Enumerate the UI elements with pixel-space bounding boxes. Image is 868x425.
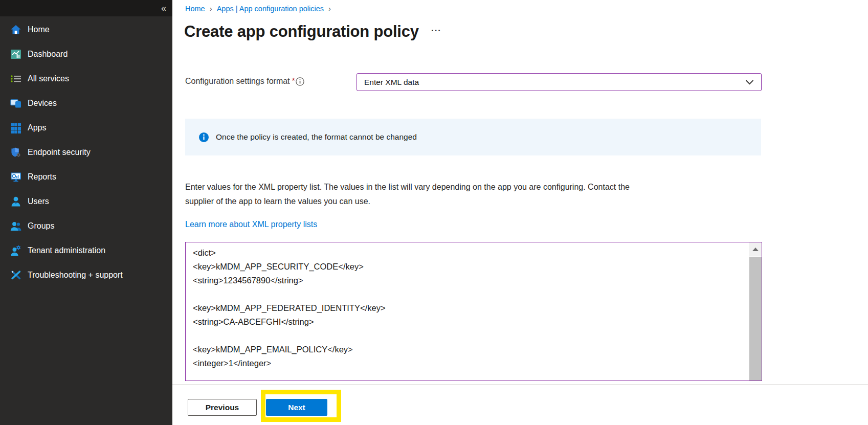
settings-format-label: Configuration settings format* — [185, 77, 295, 86]
sidebar-item-label: Groups — [28, 221, 54, 231]
sidebar-item-troubleshooting-support[interactable]: Troubleshooting + support — [0, 263, 172, 287]
breadcrumb: Home › Apps | App configuration policies… — [185, 4, 331, 13]
sidebar: « Home Dashboard All services Devices — [0, 0, 172, 425]
sidebar-item-label: Users — [28, 197, 49, 206]
endpoint-security-icon — [10, 147, 21, 158]
reports-icon — [10, 171, 21, 183]
triangle-up-icon — [752, 248, 759, 251]
scrollbar-up-button[interactable] — [749, 242, 762, 256]
sidebar-item-tenant-administration[interactable]: Tenant administration — [0, 238, 172, 263]
breadcrumb-separator: › — [328, 4, 331, 13]
sidebar-item-label: Endpoint security — [28, 148, 91, 157]
sidebar-item-groups[interactable]: Groups — [0, 214, 172, 238]
troubleshooting-icon — [10, 270, 21, 281]
apps-icon — [10, 122, 21, 133]
banner-text: Once the policy is created, the format c… — [216, 132, 417, 142]
info-banner: Once the policy is created, the format c… — [185, 119, 761, 155]
sidebar-item-home[interactable]: Home — [0, 17, 172, 42]
sidebar-item-label: Dashboard — [28, 50, 68, 59]
page-title: Create app configuration policy — [184, 23, 419, 41]
xml-editor-scrollbar[interactable] — [749, 242, 762, 381]
sidebar-item-dashboard[interactable]: Dashboard — [0, 42, 172, 66]
breadcrumb-app-config-link[interactable]: Apps | App configuration policies — [217, 5, 324, 13]
more-menu-icon[interactable]: ··· — [431, 26, 441, 36]
sidebar-item-label: Devices — [28, 99, 57, 108]
scrollbar-thumb[interactable] — [749, 257, 762, 381]
breadcrumb-home-link[interactable]: Home — [185, 5, 205, 13]
description-line-2: supplier of the app to learn the values … — [185, 194, 630, 209]
sidebar-item-label: All services — [28, 74, 69, 83]
sidebar-item-label: Reports — [28, 172, 56, 182]
info-tooltip-icon[interactable] — [296, 77, 304, 86]
home-icon — [10, 24, 21, 35]
info-filled-icon — [199, 132, 209, 142]
groups-icon — [10, 220, 21, 232]
sidebar-item-label: Home — [28, 25, 50, 34]
chevron-down-icon — [745, 79, 754, 85]
xml-data-editor[interactable]: <dict> <key>kMDM_APP_SECURITY_CODE</key>… — [185, 242, 762, 381]
sidebar-topbar: « — [0, 0, 172, 16]
breadcrumb-separator: › — [210, 4, 212, 13]
learn-more-link[interactable]: Learn more about XML property lists — [185, 220, 317, 229]
sidebar-item-label: Tenant administration — [28, 246, 105, 255]
users-icon — [10, 196, 21, 207]
sidebar-item-label: Troubleshooting + support — [28, 271, 123, 280]
sidebar-item-label: Apps — [28, 123, 46, 132]
sidebar-item-endpoint-security[interactable]: Endpoint security — [0, 140, 172, 165]
next-button[interactable]: Next — [266, 399, 327, 416]
previous-button[interactable]: Previous — [188, 399, 257, 416]
tenant-administration-icon — [10, 245, 21, 256]
sidebar-item-users[interactable]: Users — [0, 189, 172, 214]
xml-data-content[interactable]: <dict> <key>kMDM_APP_SECURITY_CODE</key>… — [186, 242, 748, 381]
sidebar-nav: Home Dashboard All services Devices Apps — [0, 17, 172, 287]
footer-divider — [172, 384, 868, 385]
devices-icon — [10, 98, 21, 109]
dashboard-icon — [10, 49, 21, 60]
sidebar-item-reports[interactable]: Reports — [0, 165, 172, 189]
collapse-sidebar-icon[interactable]: « — [161, 4, 165, 13]
sidebar-item-devices[interactable]: Devices — [0, 91, 172, 116]
all-services-icon — [10, 73, 21, 84]
dropdown-selected-value: Enter XML data — [364, 78, 419, 87]
sidebar-item-apps[interactable]: Apps — [0, 116, 172, 140]
sidebar-item-all-services[interactable]: All services — [0, 66, 172, 91]
settings-format-dropdown[interactable]: Enter XML data — [357, 73, 762, 91]
required-asterisk: * — [292, 77, 295, 85]
description-line-1: Enter values for the XML property list. … — [185, 180, 630, 194]
xml-description: Enter values for the XML property list. … — [185, 180, 630, 209]
